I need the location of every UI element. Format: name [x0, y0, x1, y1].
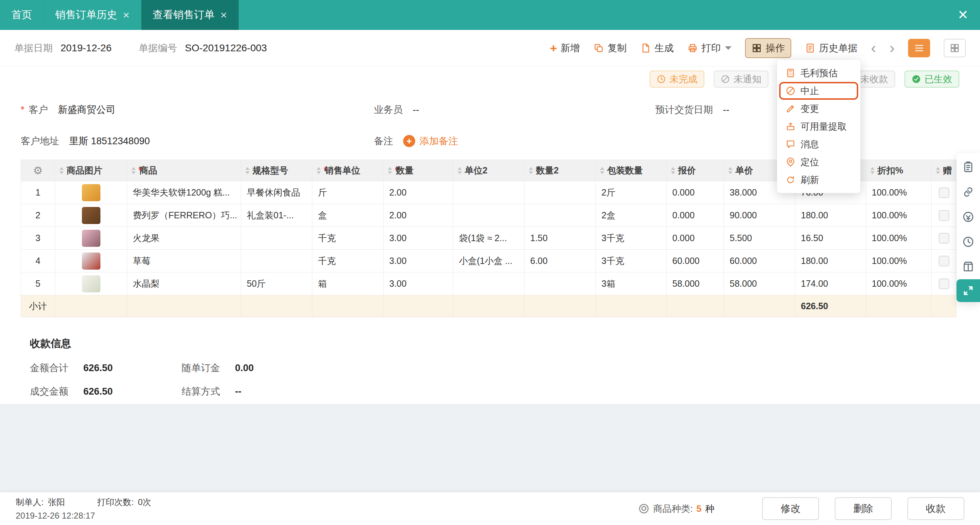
deposit-value: 0.00 [235, 363, 254, 374]
menu-item-change[interactable]: 变更 [777, 100, 860, 118]
tab-sales-order-history[interactable]: 销售订单历史 × [44, 0, 142, 30]
link-panel-button[interactable] [956, 180, 980, 204]
table-row[interactable]: 3 火龙果 千克 3.00 袋(1袋 ≈ 2... 1.50 3千克 0.000… [21, 227, 956, 250]
tab-close-icon[interactable]: × [220, 9, 227, 21]
sort-icon[interactable] [131, 167, 136, 174]
gift-checkbox[interactable] [939, 187, 950, 198]
package-panel-button[interactable] [956, 254, 980, 279]
history-documents-button[interactable]: 历史单据 [805, 42, 858, 54]
copy-button[interactable]: 复制 [593, 42, 627, 54]
gift-checkbox[interactable] [939, 210, 950, 221]
sort-icon[interactable] [245, 167, 250, 174]
grid-view-toggle[interactable] [944, 39, 966, 57]
sort-icon[interactable] [458, 167, 462, 174]
cell-sales-unit: 斤 [318, 187, 327, 197]
sort-icon[interactable] [728, 167, 732, 174]
operate-button[interactable]: 操作 [745, 38, 791, 58]
creator-value: 张阳 [48, 496, 65, 508]
print-button[interactable]: 打印 [687, 42, 732, 54]
toolbar-actions: + 新增 复制 生成 打印 操作 [550, 38, 966, 58]
salesman-value: -- [413, 104, 419, 115]
document-icon [640, 43, 651, 53]
menu-item-refresh[interactable]: 刷新 [777, 171, 860, 189]
menu-item-gross-profit-estimate[interactable]: 毛利预估 [777, 64, 860, 82]
tab-history-label: 销售订单历史 [55, 8, 117, 22]
table-row[interactable]: 4 草莓 千克 3.00 小盒(1小盒 ... 6.00 3千克 60.000 … [21, 250, 956, 272]
customer-address-field: 客户地址 里斯 18512348090 [21, 135, 374, 148]
package-icon [962, 261, 974, 273]
grid-view-icon [950, 43, 960, 53]
sort-icon[interactable] [870, 167, 875, 174]
table-body: 1 华美华夫软饼1200g 糕... 早餐休闲食品 斤 2.00 2斤 0.00… [21, 181, 956, 295]
cube-circle-icon [638, 503, 649, 514]
cell-sales-unit: 盒 [318, 210, 327, 220]
gift-checkbox[interactable] [939, 233, 950, 243]
cell-spec: 50斤 [247, 278, 266, 288]
cell-product: 水晶梨 [133, 278, 159, 288]
product-thumbnail[interactable] [82, 207, 100, 224]
cell-amount: 180.00 [801, 256, 828, 266]
product-thumbnail[interactable] [82, 275, 100, 293]
column-header-quote: 报价 [667, 160, 724, 181]
close-icon[interactable]: ✕ [946, 0, 980, 30]
product-thumbnail[interactable] [82, 230, 100, 247]
clock-icon [962, 236, 974, 248]
cell-amount: 16.50 [801, 233, 823, 243]
menu-item-abort[interactable]: 中止 [779, 82, 858, 100]
doc-number-label: 单据编号 [138, 42, 177, 54]
money-panel-button[interactable] [956, 204, 980, 229]
menu-item-label: 消息 [800, 138, 819, 151]
menu-item-locate[interactable]: 定位 [777, 153, 860, 171]
payment-section-title: 收款信息 [30, 337, 980, 351]
add-button[interactable]: + 新增 [550, 42, 580, 54]
sort-icon[interactable] [936, 167, 940, 174]
column-settings-gear-icon[interactable]: ⚙ [33, 165, 43, 176]
product-thumbnail[interactable] [82, 184, 100, 201]
tab-close-icon[interactable]: × [123, 9, 130, 21]
tab-home[interactable]: 首页 [0, 0, 44, 30]
subtotal-label: 小计 [21, 295, 55, 317]
list-view-toggle[interactable] [908, 39, 930, 57]
next-arrow-icon[interactable]: › [889, 41, 894, 56]
gift-checkbox[interactable] [939, 256, 950, 266]
sort-icon[interactable] [59, 167, 64, 174]
message-icon [786, 139, 795, 149]
cell-product: 华美华夫软饼1200g 糕... [133, 187, 230, 197]
column-header-label: 单价 [735, 165, 753, 176]
tab-view-sales-order[interactable]: 查看销售订单 × [142, 0, 239, 30]
total-amount-value: 626.50 [83, 363, 153, 374]
menu-item-label: 毛利预估 [800, 67, 838, 80]
sort-icon[interactable] [529, 167, 533, 174]
menu-item-label: 刷新 [800, 174, 819, 186]
column-header-label: 销售单位 [325, 165, 360, 176]
payment-row-2: 成交金额 626.50 结算方式 -- [30, 385, 980, 398]
cell-unit-price: 90.000 [730, 210, 757, 220]
generate-button[interactable]: 生成 [640, 42, 674, 54]
copy-button-label: 复制 [608, 42, 627, 54]
table-row[interactable]: 2 费列罗（FERRERO）巧... 礼盒装01-... 盒 2.00 2盒 0… [21, 204, 956, 227]
product-thumbnail[interactable] [82, 253, 100, 270]
remark-label: 备注 [374, 135, 393, 148]
column-header-label: 商品图片 [67, 165, 102, 176]
add-remark-link[interactable]: + 添加备注 [403, 135, 458, 148]
receive-payment-button[interactable]: 收款 [907, 497, 964, 520]
prev-arrow-icon[interactable]: ‹ [871, 41, 876, 56]
delete-button[interactable]: 删除 [835, 497, 892, 520]
doc-date-value: 2019-12-26 [60, 42, 111, 54]
expand-panel-button[interactable] [956, 279, 980, 302]
table-row[interactable]: 5 水晶梨 50斤 箱 3.00 3箱 58.000 58.000 174.00… [21, 272, 956, 295]
history-panel-button[interactable] [956, 229, 980, 254]
clipboard-panel-button[interactable] [956, 154, 980, 180]
document-meta: 制单人: 张阳 打印次数: 0次 2019-12-26 12:28:17 [16, 496, 151, 521]
sort-icon[interactable] [600, 167, 604, 174]
sort-icon[interactable] [388, 167, 392, 174]
menu-item-message[interactable]: 消息 [777, 135, 860, 153]
menu-item-available-quantity-extract[interactable]: 可用量提取 [777, 118, 860, 135]
sort-icon[interactable] [671, 167, 675, 174]
modify-button[interactable]: 修改 [762, 497, 819, 520]
refresh-icon [786, 175, 795, 185]
operate-button-label: 操作 [765, 42, 785, 54]
sort-icon[interactable] [317, 167, 321, 174]
add-remark-label: 添加备注 [420, 135, 458, 148]
gift-checkbox[interactable] [939, 278, 950, 289]
